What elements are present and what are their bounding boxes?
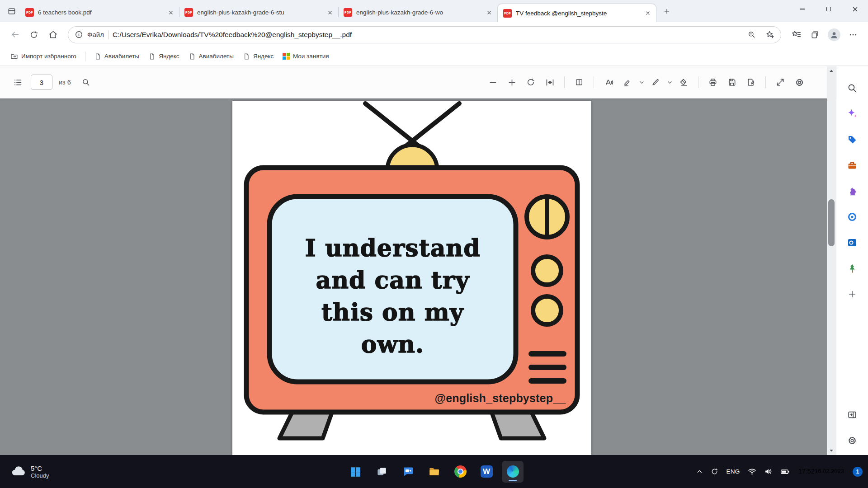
edge-button-active[interactable] (502, 461, 524, 483)
zoom-out-icon[interactable] (744, 28, 759, 42)
profile-avatar[interactable] (826, 26, 843, 43)
close-icon[interactable] (842, 0, 868, 18)
weather-widget[interactable]: 5°C Cloudy (6, 455, 53, 488)
fit-to-width-icon[interactable] (541, 74, 558, 91)
page-view-icon[interactable] (571, 74, 588, 91)
pdf-settings-gear-icon[interactable] (791, 74, 808, 91)
word-icon: W (481, 465, 493, 478)
eraser-icon[interactable] (675, 74, 692, 91)
add-favorite-star-icon[interactable] (763, 28, 777, 42)
pdf-scrollbar[interactable] (827, 66, 836, 455)
save-as-icon[interactable] (742, 74, 760, 91)
tree-icon[interactable] (843, 261, 861, 276)
scroll-up-icon[interactable] (827, 66, 836, 75)
wifi-icon[interactable] (747, 462, 757, 482)
bookmark-my-classes[interactable]: Мои занятия (278, 51, 333, 62)
outlook-icon[interactable] (843, 235, 861, 250)
toolbar-divider (698, 76, 698, 88)
pdf-file-icon: PDF (184, 8, 193, 17)
site-info-icon[interactable] (75, 30, 83, 39)
address-bar[interactable]: Файл C:/Users/Evrika/Downloads/TV%20feed… (68, 26, 781, 43)
window-controls (789, 0, 868, 22)
sidebar-settings-gear-icon[interactable] (843, 433, 861, 448)
tab-close-icon[interactable] (643, 9, 652, 18)
browser-tab[interactable]: PDF english-plus-kazakh-grade-6-stu (179, 3, 338, 22)
bookmark-item[interactable]: Яндекс (144, 51, 183, 62)
folder-icon (428, 465, 440, 478)
tab-title: TV feedback @english_stepbyste (516, 10, 639, 17)
back-icon[interactable] (6, 26, 24, 43)
draw-pen-icon[interactable] (647, 74, 664, 91)
rotate-icon[interactable] (522, 74, 539, 91)
maximize-icon[interactable] (816, 0, 842, 18)
print-icon[interactable] (704, 74, 722, 91)
read-aloud-icon[interactable] (600, 74, 617, 91)
scrollbar-thumb[interactable] (828, 199, 835, 246)
shopping-tag-icon[interactable] (843, 132, 861, 147)
weather-condition: Cloudy (31, 472, 49, 479)
home-icon[interactable] (44, 26, 61, 43)
tv-leg-left (279, 412, 332, 438)
highlight-icon[interactable] (619, 74, 636, 91)
sync-update-icon[interactable] (710, 462, 719, 482)
sidebar-search-icon[interactable] (843, 81, 861, 95)
collections-icon[interactable] (807, 26, 824, 43)
system-tray: ENG 17:52 16.02.2023 1 (695, 455, 863, 488)
pdf-content-area[interactable]: I understand and can try this on my own.… (0, 99, 836, 455)
save-icon[interactable] (723, 74, 741, 91)
zoom-out-icon[interactable] (484, 74, 501, 91)
language-indicator[interactable]: ENG (725, 462, 741, 482)
chat-button[interactable] (397, 461, 419, 483)
page-icon (243, 53, 250, 60)
refresh-icon[interactable] (25, 26, 42, 43)
browser-tab[interactable]: PDF 6 teachers book.pdf (20, 3, 179, 22)
new-tab-icon[interactable] (659, 4, 675, 19)
bookmark-item[interactable]: Яндекс (239, 51, 278, 62)
table-of-contents-icon[interactable] (9, 74, 26, 91)
favorites-icon[interactable] (788, 26, 805, 43)
browser-tab-active[interactable]: PDF TV feedback @english_stepbyste (497, 4, 656, 22)
pdf-viewer: из 6 (0, 66, 836, 455)
chrome-button[interactable] (449, 461, 471, 483)
sidebar-add-icon[interactable] (843, 287, 861, 301)
battery-icon[interactable] (779, 462, 791, 482)
file-explorer-button[interactable] (423, 461, 445, 483)
apps-grid-icon (283, 53, 290, 60)
word-button[interactable]: W (476, 461, 497, 483)
tab-close-icon[interactable] (485, 8, 494, 17)
bookmark-item[interactable]: Авиабилеты (90, 51, 143, 62)
bookmark-import-favorites[interactable]: Импорт избранного (6, 50, 80, 62)
fullscreen-icon[interactable] (772, 74, 789, 91)
tab-title: english-plus-kazakh-grade-6-stu (197, 9, 321, 16)
chat-icon (402, 465, 414, 478)
highlight-options-chevron-icon[interactable] (638, 74, 645, 91)
designer-swirl-icon[interactable] (843, 210, 861, 224)
games-knight-icon[interactable] (843, 184, 861, 198)
office-briefcase-icon[interactable] (843, 158, 861, 173)
scroll-down-icon[interactable] (827, 446, 836, 455)
page-icon (148, 53, 156, 60)
sidebar-panel-icon[interactable] (843, 408, 861, 422)
bookmark-item[interactable]: Авиабилеты (184, 51, 238, 62)
settings-menu-icon[interactable] (844, 26, 862, 43)
volume-icon[interactable] (763, 462, 774, 482)
edge-icon (507, 465, 519, 478)
zoom-in-icon[interactable] (503, 74, 520, 91)
browser-tab[interactable]: PDF english-plus-kazakh-grade-6-wo (338, 3, 497, 22)
draw-options-chevron-icon[interactable] (666, 74, 673, 91)
search-icon[interactable] (77, 74, 94, 91)
start-button[interactable] (344, 461, 366, 483)
notification-count-badge[interactable]: 1 (853, 467, 863, 477)
tab-close-icon[interactable] (326, 8, 335, 17)
chrome-icon (454, 465, 467, 478)
tab-actions-menu-icon[interactable] (4, 3, 20, 20)
clock[interactable]: 17:52 16.02.2023 (797, 467, 844, 476)
tray-chevron-up-icon[interactable] (695, 462, 704, 482)
page-icon (94, 53, 101, 60)
page-number-input[interactable] (31, 75, 52, 90)
copilot-sparkle-icon[interactable] (843, 107, 861, 121)
tab-close-icon[interactable] (166, 8, 175, 17)
date-text: 16.02.2023 (815, 468, 844, 475)
task-view-button[interactable] (371, 461, 392, 483)
minimize-icon[interactable] (789, 0, 816, 18)
